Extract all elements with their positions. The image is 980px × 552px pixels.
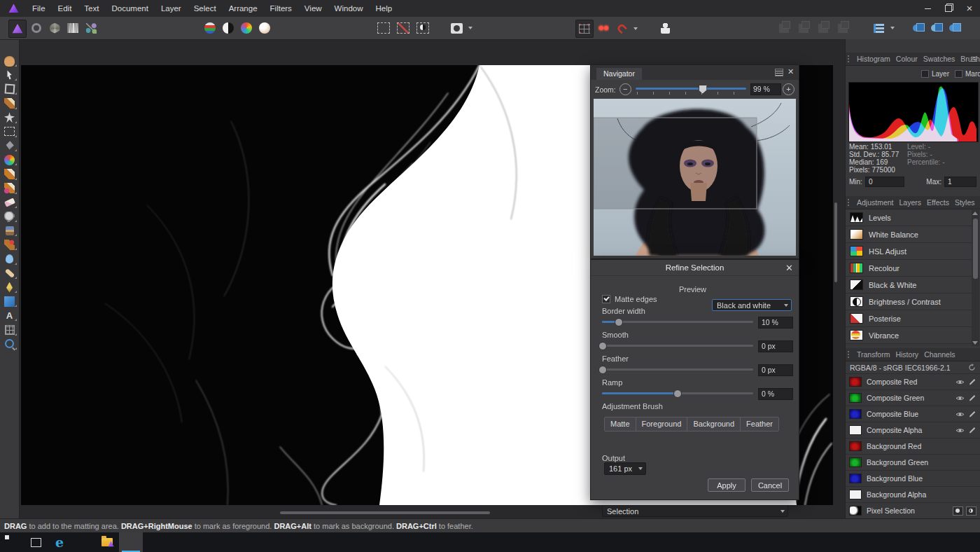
snapping-magnet-icon[interactable] [613,20,630,36]
brush-size-dropdown[interactable]: 161 px [604,462,646,475]
flood-fill-tool[interactable] [3,140,17,151]
matte-edges-checkbox[interactable] [602,295,610,303]
brush-mode-button[interactable]: Feather [741,418,778,431]
channel-background-red[interactable]: Background Red [846,439,980,455]
adjustment-levels[interactable]: Levels [846,209,972,226]
channel-background-blue[interactable]: Background Blue [846,471,980,487]
output-dropdown[interactable]: Selection [602,505,788,517]
affinity-folder-icon[interactable] [95,532,119,552]
scroll-up-icon[interactable] [972,212,978,215]
border-width-slider[interactable] [602,317,753,326]
alignment-icon[interactable] [870,20,887,36]
channel-composite-blue[interactable]: Composite Blue [846,406,980,422]
tab-styles[interactable]: Styles [952,196,978,209]
menu-item[interactable]: File [26,0,52,17]
visibility-eye-icon[interactable] [955,427,965,434]
slider-thumb[interactable] [598,366,607,374]
visibility-eye-icon[interactable] [955,411,965,418]
menu-item[interactable]: Text [78,0,105,17]
preview-dropdown[interactable]: Black and white [712,299,792,311]
quick-mask-icon[interactable] [448,20,465,36]
cancel-button[interactable]: Cancel [751,478,789,492]
move-to-front-icon[interactable] [776,20,792,36]
ramp-value[interactable]: 0 % [758,388,793,400]
auto-contrast-icon[interactable] [220,20,237,36]
develop-persona-icon[interactable] [46,20,63,36]
blur-tool[interactable] [3,254,17,265]
smooth-slider[interactable] [602,341,753,350]
max-input[interactable]: 1 [944,177,976,187]
channel-background-green[interactable]: Background Green [846,455,980,471]
tab-channels[interactable]: Channels [921,348,958,361]
adjustment-black-white[interactable]: Black & White [846,277,972,294]
dodge-tool[interactable] [3,211,17,222]
shape-tool[interactable] [3,296,17,307]
menu-item[interactable]: View [298,0,328,17]
adjustment-brightness-contrast[interactable]: Brightness / Contrast [846,294,972,310]
menu-item[interactable]: Window [328,0,370,17]
vertical-scrollbar-thumb[interactable] [834,202,837,282]
scroll-down-icon[interactable] [972,341,978,345]
panel-options-icon[interactable] [775,69,783,76]
minimize-icon[interactable] [917,0,938,17]
move-to-back-icon[interactable] [834,20,851,36]
adjustment-white-balance[interactable]: White Balance [846,226,972,243]
close-icon[interactable] [959,0,980,17]
slider-thumb[interactable] [673,389,682,398]
auto-colour-icon[interactable] [238,20,255,36]
paint-brush-tool[interactable] [3,169,17,180]
colour-replacement-brush-tool[interactable] [3,183,17,194]
tone-mapping-persona-icon[interactable] [64,20,81,36]
pen-tool[interactable] [3,282,17,293]
zoom-slider[interactable] [636,84,746,95]
tab-histogram[interactable]: Histogram [854,53,893,65]
tab-transform[interactable]: Transform [854,348,892,361]
slider-thumb[interactable] [598,342,607,350]
menu-item[interactable]: Select [188,0,223,17]
adjustment-scrollbar-thumb[interactable] [973,219,978,279]
menu-item[interactable]: Arrange [223,0,264,17]
auto-white-balance-icon[interactable] [256,20,273,36]
min-input[interactable]: 0 [865,177,904,187]
channel-composite-alpha[interactable]: Composite Alpha [846,422,980,439]
visibility-eye-icon[interactable] [955,395,965,401]
mesh-warp-tool[interactable] [3,324,17,336]
menu-item[interactable]: Document [105,0,154,17]
panel-menu-icon[interactable] [971,56,977,62]
deselect-icon[interactable] [395,20,412,36]
navigator-preview[interactable] [594,99,796,256]
tab-adjustment[interactable]: Adjustment [854,196,897,209]
navigator-titlebar[interactable]: Navigator ✕ [591,65,799,80]
panel-close-icon[interactable]: ✕ [788,69,794,75]
vertical-scrollbar[interactable] [834,65,838,505]
reselect-icon[interactable] [375,20,392,36]
zoom-tool[interactable] [3,338,17,350]
show-grid-icon[interactable] [575,20,594,38]
edit-pencil-icon[interactable] [969,394,976,401]
ramp-slider[interactable] [602,389,753,397]
selection-brush-tool[interactable] [3,98,17,109]
sync-icon[interactable] [968,364,976,371]
alignment-caret-icon[interactable] [890,27,895,29]
invert-selection-icon[interactable] [414,20,431,36]
menu-item[interactable]: Help [369,0,398,17]
snapping-caret-icon[interactable] [634,27,638,30]
edit-pencil-icon[interactable] [969,378,976,385]
tab-layers[interactable]: Layers [897,196,925,209]
zoom-value-input[interactable]: 99 % [750,83,781,95]
tab-swatches[interactable]: Swatches [920,53,958,65]
visibility-eye-icon[interactable] [955,379,965,385]
menu-item[interactable]: Edit [52,0,78,17]
file-explorer-icon[interactable] [71,532,95,552]
edit-pencil-icon[interactable] [969,427,976,434]
flood-select-tool[interactable] [3,112,17,123]
affinity-photo-icon[interactable] [119,532,143,552]
erase-brush-tool[interactable] [3,197,17,208]
export-persona-icon[interactable] [83,20,99,36]
gradient-tool[interactable] [3,154,17,165]
move-backward-icon[interactable] [815,20,832,36]
boolean-add-icon[interactable] [910,20,927,36]
selection-edit-icon[interactable] [966,506,976,516]
adjustment-posterise[interactable]: Posterise [846,310,972,327]
adjustment-hsl[interactable]: HSL Adjust [846,243,972,260]
